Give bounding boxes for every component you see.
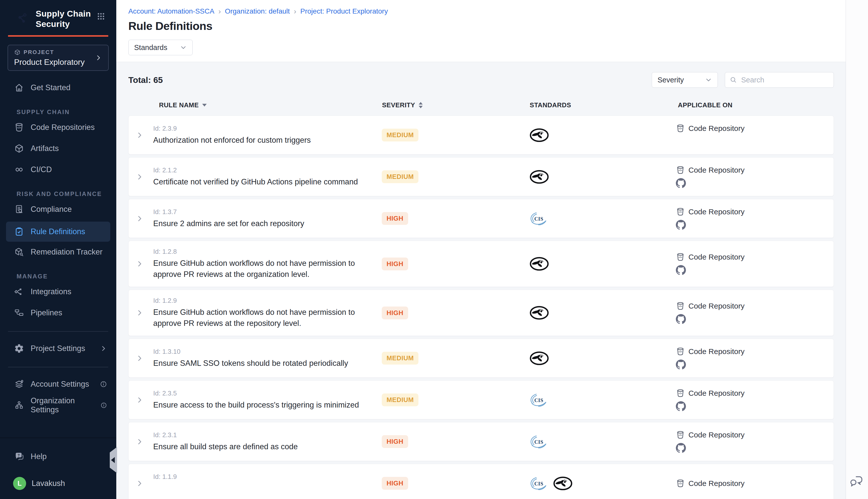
row-expand-button[interactable] (136, 131, 144, 139)
box-wrench-icon (14, 247, 24, 257)
sidebar-item-account-settings[interactable]: Account Settings (0, 377, 116, 391)
sidebar-item-compliance[interactable]: Compliance (0, 202, 116, 217)
share-icon (14, 287, 24, 297)
table-row: Id: 1.2.8 Ensure GitHub action workflows… (128, 241, 834, 287)
rule-id: Id: 1.1.9 (153, 473, 370, 480)
rule-name: Ensure 2 admins are set for each reposit… (153, 218, 370, 229)
brand-accent-line (8, 35, 108, 37)
sidebar-item-integrations[interactable]: Integrations (0, 284, 116, 299)
chevron-right-icon (136, 131, 144, 139)
project-label: PROJECT (24, 49, 54, 56)
owasp-standard-icon (553, 476, 573, 491)
code-repository-icon (675, 302, 685, 311)
sidebar-divider (8, 367, 108, 367)
owasp-standard-icon (530, 351, 549, 366)
column-applicable-on: APPLICABLE ON (675, 101, 834, 109)
layers-gear-icon (14, 379, 24, 389)
table-row: Id: 1.3.7 Ensure 2 admins are set for ea… (128, 199, 834, 238)
row-expand-button[interactable] (136, 396, 144, 404)
row-expand-button[interactable] (136, 309, 144, 317)
code-repository-icon (675, 347, 685, 356)
breadcrumb-project[interactable]: Project: Product Exploratory (300, 7, 388, 15)
chevron-down-icon (705, 76, 712, 83)
sidebar-item-artifacts[interactable]: Artifacts (0, 141, 116, 156)
table-row: Id: 2.3.9 Authorization not enforced for… (128, 115, 834, 155)
rule-id: Id: 1.3.7 (153, 208, 370, 216)
project-selector[interactable]: PROJECT Product Exploratory (8, 45, 109, 71)
sidebar-item-help[interactable]: Help (0, 449, 116, 464)
app-logo-shield-icon (14, 9, 30, 28)
row-expand-button[interactable] (136, 215, 144, 223)
applicable-on-label: Code Repository (689, 253, 744, 261)
sidebar-item-pipelines[interactable]: Pipelines (0, 305, 116, 320)
gear-icon (14, 343, 24, 354)
support-chat-button[interactable] (850, 475, 864, 488)
chevron-right-icon (136, 479, 144, 487)
row-expand-button[interactable] (136, 438, 144, 446)
severity-badge: MEDIUM (382, 129, 419, 142)
cis-standard-icon (530, 435, 549, 449)
column-standards: STANDARDS (527, 101, 675, 109)
rule-name (153, 483, 370, 494)
applicable-on-label: Code Repository (689, 389, 744, 398)
applicable-on-label: Code Repository (689, 124, 744, 133)
project-cube-icon (14, 49, 21, 56)
sidebar-item-get-started[interactable]: Get Started (0, 81, 116, 95)
code-repository-icon (675, 166, 685, 175)
chevron-right-icon (136, 309, 144, 317)
search-input[interactable] (741, 76, 829, 84)
document-search-icon (14, 204, 24, 214)
sidebar-item-cicd[interactable]: CI/CD (0, 162, 116, 177)
rule-name: Ensure all build steps are defined as co… (153, 441, 370, 452)
rule-id: Id: 2.3.5 (153, 389, 370, 397)
total-count: Total: 65 (128, 75, 163, 85)
github-icon (676, 443, 686, 453)
row-expand-button[interactable] (136, 479, 144, 487)
code-repository-icon (675, 479, 685, 488)
table-row: Id: 2.3.5 Ensure access to the build pro… (128, 380, 834, 419)
breadcrumb-organization[interactable]: Organization: default (225, 7, 289, 15)
github-icon (676, 220, 686, 230)
code-repository-icon (675, 253, 685, 261)
chevron-right-icon (136, 215, 144, 223)
rule-name: Ensure GitHub action workflows do not ha… (153, 258, 370, 280)
breadcrumb-account[interactable]: Account: Automation-SSCA (128, 7, 214, 15)
sidebar-item-remediation-tracker[interactable]: Remediation Tracker (0, 245, 116, 259)
table-row: Id: 2.1.2 Certificate not verified by Gi… (128, 157, 834, 196)
sidebar-header: Supply ChainSecurity (0, 0, 116, 29)
row-expand-button[interactable] (136, 354, 144, 362)
sidebar-item-organization-settings[interactable]: Organization Settings (0, 398, 116, 413)
sidebar-item-project-settings[interactable]: Project Settings (0, 341, 116, 356)
user-name: Lavakush (32, 479, 65, 488)
app-switcher-button[interactable] (97, 12, 105, 21)
rules-table-body: Id: 2.3.9 Authorization not enforced for… (128, 115, 834, 499)
search-box[interactable] (725, 72, 834, 88)
row-expand-button[interactable] (136, 260, 144, 268)
breadcrumb: Account: Automation-SSCA › Organization:… (128, 7, 834, 15)
avatar: L (13, 477, 26, 490)
pipeline-icon (14, 308, 24, 318)
standards-filter-dropdown[interactable]: Standards (128, 40, 193, 55)
row-expand-button[interactable] (136, 173, 144, 181)
column-severity[interactable]: SEVERITY (382, 101, 527, 109)
cis-standard-icon (530, 211, 549, 226)
infinity-icon (14, 165, 24, 175)
severity-filter-dropdown[interactable]: Severity (652, 72, 718, 88)
sidebar-item-rule-definitions[interactable]: Rule Definitions (6, 222, 110, 242)
column-rule-name[interactable]: RULE NAME (150, 101, 382, 109)
rule-name: Authorization not enforced for custom tr… (153, 135, 370, 146)
sidebar-item-code-repositories[interactable]: Code Repositories (0, 120, 116, 135)
user-menu[interactable]: L Lavakush (0, 477, 116, 490)
applicable-on-label: Code Repository (689, 166, 744, 174)
sidebar-nav: Get Started SUPPLY CHAIN Code Repositori… (0, 71, 116, 413)
applicable-on-label: Code Repository (689, 347, 744, 356)
code-repository-icon (675, 430, 685, 439)
table-row: Id: 1.2.9 Ensure GitHub action workflows… (128, 290, 834, 336)
severity-badge: HIGH (382, 257, 408, 270)
owasp-standard-icon (530, 170, 549, 184)
cis-standard-icon (530, 476, 549, 491)
clipboard-check-icon (14, 227, 24, 237)
sidebar-section-manage: MANAGE (16, 273, 116, 280)
app-title: Supply ChainSecurity (36, 9, 91, 29)
code-repository-icon (675, 207, 685, 216)
